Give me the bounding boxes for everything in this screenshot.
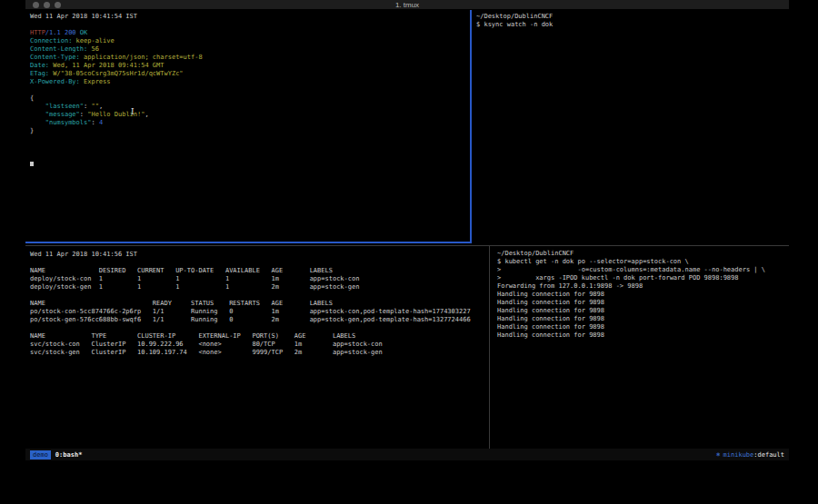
desktop-background: 1. tmux Wed 11 Apr 2018 10:41:54 IST HTT… (0, 0, 818, 504)
status-bar-left: demo 0:bash* (25, 450, 82, 460)
pane-ksync-watch[interactable]: ~/Desktop/DublinCNCF$ ksync watch -n dok (472, 10, 789, 243)
session-name-badge[interactable]: demo (30, 450, 51, 460)
tmux-status-bar: demo 0:bash* ⎈ minikube :default (25, 449, 789, 460)
mouse-ibeam-cursor: I (131, 108, 135, 116)
active-window-label[interactable]: 0:bash* (55, 451, 83, 459)
pane-port-forward[interactable]: ~/Desktop/DublinCNCF$ kubectl get -n dok… (490, 246, 789, 449)
pane-kubectl-get[interactable]: Wed 11 Apr 2018 10:41:56 IST NAME DESIRE… (25, 246, 488, 449)
http-response-output: Wed 11 Apr 2018 10:41:54 IST HTTP/1.1 20… (30, 13, 466, 135)
window-title: 1. tmux (25, 1, 789, 9)
tmux-terminal: Wed 11 Apr 2018 10:41:54 IST HTTP/1.1 20… (25, 10, 789, 449)
kubernetes-helm-icon: ⎈ (716, 450, 721, 459)
active-pane-bottom-border (25, 242, 472, 243)
terminal-window: 1. tmux Wed 11 Apr 2018 10:41:54 IST HTT… (25, 0, 789, 460)
status-bar-right: ⎈ minikube :default (716, 450, 789, 459)
kubectl-get-output: Wed 11 Apr 2018 10:41:56 IST NAME DESIRE… (30, 251, 488, 357)
terminal-cursor (30, 162, 34, 166)
kube-context-name: minikube (723, 451, 754, 459)
window-titlebar[interactable]: 1. tmux (25, 0, 789, 10)
kube-context-namespace: :default (753, 451, 784, 459)
ksync-watch-output: ~/Desktop/DublinCNCF$ ksync watch -n dok (476, 13, 789, 29)
pane-http-response[interactable]: Wed 11 Apr 2018 10:41:54 IST HTTP/1.1 20… (25, 10, 472, 242)
port-forward-output: ~/Desktop/DublinCNCF$ kubectl get -n dok… (497, 250, 789, 340)
